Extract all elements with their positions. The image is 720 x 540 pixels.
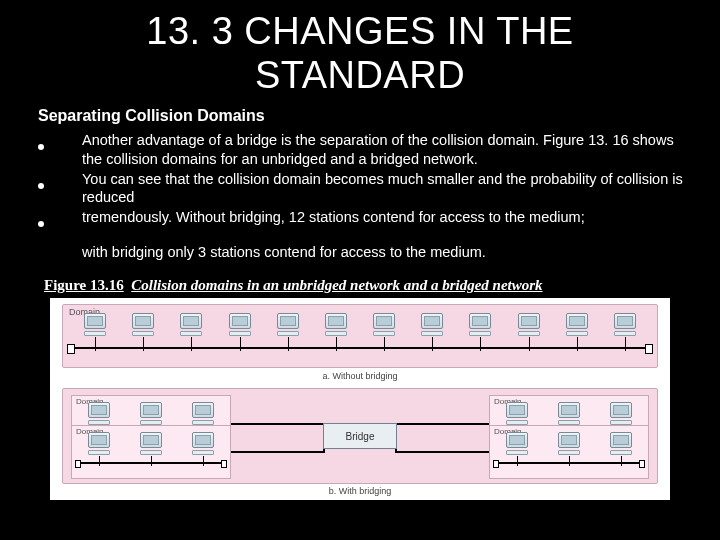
bullet-text: You can see that the collision domain be… xyxy=(82,170,690,206)
bullet-list: Another advantage of a bridge is the sep… xyxy=(0,131,720,231)
bullet-text: Another advantage of a bridge is the sep… xyxy=(82,131,690,167)
slide-title: 13. 3 CHANGES IN THE STANDARD xyxy=(0,0,720,103)
unbridged-domain: Domain xyxy=(62,304,658,368)
figure-label: Figure 13.16 xyxy=(44,277,124,293)
computer-icon xyxy=(84,432,114,466)
link-line xyxy=(231,423,323,425)
link-line xyxy=(397,423,489,425)
bridge-device: Bridge xyxy=(323,423,397,449)
list-item: You can see that the collision domain be… xyxy=(38,170,690,206)
link-line xyxy=(397,451,489,453)
bridged-panel: Domain Domain Domain xyxy=(62,388,658,484)
bullet-icon xyxy=(38,170,82,193)
ethernet-bus xyxy=(498,462,640,464)
bullet-text: tremendously. Without bridging, 12 stati… xyxy=(82,208,690,226)
collision-domain: Domain xyxy=(489,425,649,479)
ethernet-bus xyxy=(80,462,222,464)
list-item: Another advantage of a bridge is the sep… xyxy=(38,131,690,167)
continuation-text: with bridging only 3 stations contend fo… xyxy=(0,233,720,261)
bullet-icon xyxy=(38,131,82,154)
figure-title: Collision domains in an unbridged networ… xyxy=(131,277,542,293)
computer-icon xyxy=(554,432,584,466)
collision-domain: Domain xyxy=(71,425,231,479)
subheading: Separating Collision Domains xyxy=(0,103,720,131)
link-line xyxy=(231,451,323,453)
computer-icon xyxy=(606,432,636,466)
computer-icon xyxy=(188,432,218,466)
bullet-icon xyxy=(38,208,82,231)
figure-diagram: Domain a. Without bridging Domain xyxy=(50,298,670,500)
computer-icon xyxy=(136,432,166,466)
subcaption-a: a. Without bridging xyxy=(50,371,670,381)
figure-caption: Figure 13.16 Collision domains in an unb… xyxy=(0,261,720,296)
computer-icon xyxy=(502,432,532,466)
list-item: tremendously. Without bridging, 12 stati… xyxy=(38,208,690,231)
subcaption-b: b. With bridging xyxy=(50,486,670,496)
ethernet-bus xyxy=(73,347,647,349)
